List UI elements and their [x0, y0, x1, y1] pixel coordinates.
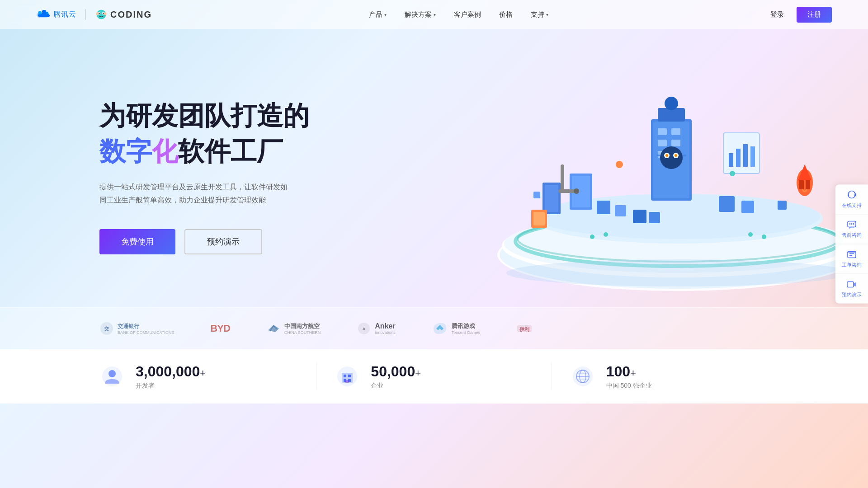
auth-area: 登录 注册 [765, 7, 832, 23]
sidebar-ticket-consult[interactable]: 工单咨询 [835, 244, 868, 274]
stat-plus-fortune: + [630, 367, 636, 379]
svg-rect-22 [658, 128, 667, 135]
header: 腾讯云 CODING 产品 ▾ 解决方案 ▾ 客户案 [0, 0, 868, 29]
stat-developers: 3,000,000+ 开发者 [99, 363, 298, 390]
hero-buttons: 免费使用 预约演示 [99, 229, 309, 254]
nav-item-solution[interactable]: 解决方案 ▾ [405, 10, 436, 19]
svg-rect-41 [597, 201, 610, 214]
svg-text:交: 交 [104, 326, 109, 331]
svg-point-91 [848, 191, 855, 198]
svg-rect-59 [633, 210, 646, 223]
login-button[interactable]: 登录 [765, 8, 789, 22]
online-support-label: 在线支持 [842, 202, 862, 209]
airline-logo-icon [266, 321, 281, 336]
svg-rect-48 [743, 144, 748, 167]
svg-point-62 [604, 232, 608, 237]
tencent-cloud-icon [36, 10, 51, 19]
developer-icon [101, 366, 123, 387]
stat-plus-developers: + [200, 367, 206, 379]
svg-rect-80 [344, 375, 346, 377]
highlight-shuzi: 数字 [99, 136, 152, 166]
partner-china-southern: 中国南方航空 CHINA SOUTHERN [266, 321, 321, 336]
svg-point-66 [616, 161, 623, 168]
svg-rect-42 [615, 205, 626, 216]
svg-point-67 [730, 171, 735, 176]
hero-section: 为研发团队打造的 数字化软件工厂 提供一站式研发管理平台及云原生开发工具，让软件… [0, 0, 868, 307]
svg-rect-54 [561, 164, 564, 192]
svg-point-64 [762, 235, 766, 239]
logo-area: 腾讯云 CODING [36, 8, 152, 21]
byd-name: BYD [210, 323, 230, 334]
svg-point-95 [849, 223, 851, 225]
anker-sub: innovations [375, 330, 396, 335]
highlight-hua: 化 [152, 136, 178, 166]
globe-icon-wrap [570, 364, 595, 389]
floating-sidebar: 在线支持 售前咨询 工单咨询 预约演示 [835, 185, 868, 304]
svg-rect-35 [656, 155, 660, 156]
nav-item-product[interactable]: 产品 ▾ [369, 10, 387, 19]
stats-section: 3,000,000+ 开发者 50,000+ 企业 [0, 349, 868, 404]
hero-description: 提供一站式研发管理平台及云原生开发工具，让软件研发如同工业生产般简单高效，助力企… [99, 181, 294, 207]
svg-rect-36 [683, 155, 686, 156]
svg-point-2 [38, 11, 42, 14]
chat-icon [847, 220, 857, 230]
presale-label: 售前咨询 [842, 232, 862, 239]
bank-name: 交通银行 [118, 323, 174, 330]
svg-rect-25 [671, 140, 680, 146]
svg-rect-46 [729, 153, 733, 167]
svg-point-30 [660, 146, 683, 169]
title-suffix: 软件工厂 [178, 136, 283, 166]
building-icon [336, 366, 358, 387]
airline-sub: CHINA SOUTHERN [284, 330, 321, 335]
tencent-cloud-logo[interactable]: 腾讯云 [36, 10, 76, 19]
demo-button[interactable]: 预约演示 [184, 229, 262, 254]
sidebar-presale-consult[interactable]: 售前咨询 [835, 215, 868, 244]
free-use-button[interactable]: 免费使用 [99, 229, 175, 254]
svg-rect-92 [848, 194, 849, 197]
svg-point-77 [108, 370, 116, 377]
stat-divider-1 [316, 363, 316, 390]
svg-marker-103 [854, 282, 856, 287]
partner-bank-of-communications: 交 交通银行 BANK OF COMMUNICATIONS [99, 321, 174, 336]
coding-logo[interactable]: CODING [95, 8, 152, 21]
hero-content: 为研发团队打造的 数字化软件工厂 提供一站式研发管理平台及云原生开发工具，让软件… [0, 55, 309, 282]
partner-byd: BYD [210, 323, 230, 334]
svg-rect-84 [345, 380, 349, 383]
solution-arrow-icon: ▾ [434, 12, 436, 17]
stat-divider-2 [552, 363, 552, 390]
stat-companies: 50,000+ 企业 [335, 363, 533, 390]
stat-label-fortune: 中国 500 强企业 [606, 382, 652, 390]
bank-logo-icon: 交 [99, 321, 114, 336]
support-arrow-icon: ▾ [546, 12, 548, 17]
tencent-games-icon [432, 321, 448, 336]
nav-item-cases[interactable]: 客户案例 [454, 10, 481, 19]
nav-item-support[interactable]: 支持 ▾ [531, 10, 548, 19]
nav-item-price[interactable]: 价格 [499, 10, 513, 19]
svg-point-97 [853, 223, 854, 225]
svg-rect-60 [649, 212, 660, 223]
svg-rect-102 [847, 282, 854, 287]
svg-rect-47 [736, 149, 741, 167]
svg-point-4 [46, 12, 48, 14]
svg-point-8 [99, 13, 100, 14]
airline-name: 中国南方航空 [284, 322, 321, 330]
stat-fortune500: 100+ 中国 500 强企业 [570, 363, 769, 390]
svg-rect-44 [741, 201, 754, 213]
stat-number-developers: 3,000,000 [136, 363, 200, 380]
stat-number-fortune: 100 [606, 363, 630, 380]
sidebar-book-demo[interactable]: 预约演示 [835, 274, 868, 304]
svg-text:A: A [363, 327, 366, 331]
coding-text: CODING [110, 9, 152, 20]
building-icon-wrap [335, 364, 360, 389]
stat-plus-companies: + [415, 367, 421, 379]
anker-logo-icon: A [357, 321, 371, 336]
svg-point-61 [590, 235, 594, 239]
partner-anker: A Anker innovations [357, 321, 396, 336]
sidebar-online-support[interactable]: 在线支持 [835, 185, 868, 215]
svg-rect-23 [671, 128, 680, 135]
svg-rect-40 [545, 185, 558, 212]
register-button[interactable]: 注册 [797, 7, 832, 23]
product-arrow-icon: ▾ [384, 12, 387, 17]
svg-point-33 [665, 154, 668, 157]
svg-rect-24 [658, 140, 667, 146]
